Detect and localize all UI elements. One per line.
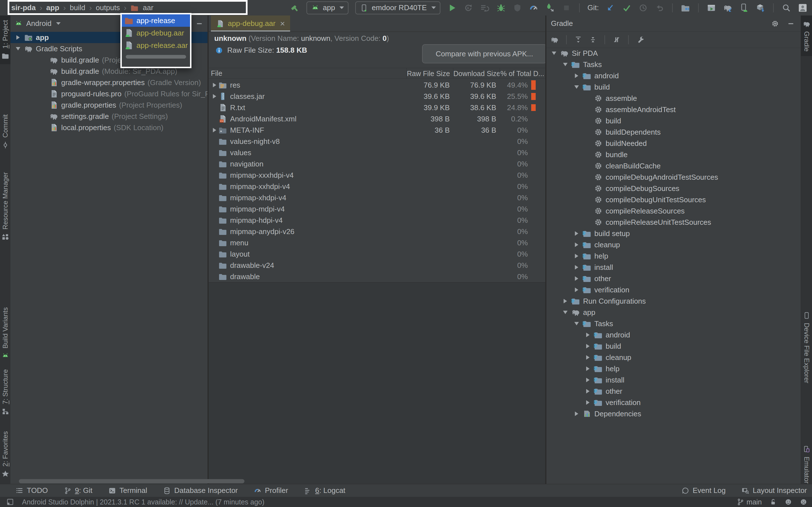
tree-expand-arrow-closed[interactable] xyxy=(573,242,580,247)
profiler-button[interactable] xyxy=(529,3,539,13)
toolwindow-button-layout-inspector[interactable]: Layout Inspector xyxy=(742,486,807,495)
compare-apk-button[interactable]: Compare with previous APK... xyxy=(422,44,545,63)
table-row-drawable[interactable]: drawable0% xyxy=(209,271,545,282)
tree-expand-arrow-closed[interactable] xyxy=(584,355,592,360)
gradle-tree-item-compiledebugsources[interactable]: compileDebugSources xyxy=(546,183,801,194)
tree-expand-arrow-closed[interactable] xyxy=(584,400,592,405)
horizontal-scrollbar[interactable] xyxy=(19,479,245,483)
git-commit-button[interactable] xyxy=(622,3,631,13)
git-update-button[interactable] xyxy=(606,3,615,13)
project-tree-item-gradle-wrapper.properties[interactable]: gradle-wrapper.properties(Gradle Version… xyxy=(10,77,207,88)
attach-debugger-button[interactable] xyxy=(545,3,555,13)
gradle-tree-item-cleanbuildcache[interactable]: cleanBuildCache xyxy=(546,160,801,172)
table-row-values[interactable]: values0% xyxy=(209,147,545,158)
popup-scrollbar[interactable] xyxy=(126,55,186,59)
device-selector[interactable]: emdoor RD40TE xyxy=(355,1,440,14)
gradle-tree-item-app[interactable]: app xyxy=(546,307,801,318)
apply-changes-button[interactable] xyxy=(480,3,490,13)
breadcrumb-item-sir-pda[interactable]: sir-pda xyxy=(11,3,36,12)
table-row-mipmap-hdpi-v4[interactable]: mipmap-hdpi-v40% xyxy=(209,215,545,226)
tree-expand-arrow-closed[interactable] xyxy=(584,367,592,371)
tree-expand-arrow-closed[interactable] xyxy=(573,288,580,292)
sidebar-item-7-structure[interactable]: 7: Structure xyxy=(0,365,10,420)
toolwindow-button-todo[interactable]: TODO xyxy=(15,486,48,495)
gradle-tree-item-compiledebugandroidtestsources[interactable]: compileDebugAndroidTestSources xyxy=(546,172,801,183)
expand-all-button[interactable] xyxy=(574,36,582,44)
sidebar-item-2-favorites[interactable]: 2: Favorites xyxy=(0,427,10,482)
gradle-tree-item-tasks[interactable]: Tasks xyxy=(546,59,801,70)
table-row-mipmap-xxxhdpi-v4[interactable]: mipmap-xxxhdpi-v40% xyxy=(209,170,545,181)
gradle-tree-item-compilereleasesources[interactable]: compileReleaseSources xyxy=(546,205,801,217)
toolwindow-button-terminal[interactable]: Terminal xyxy=(108,486,147,495)
tree-expand-arrow-closed[interactable] xyxy=(14,35,22,40)
debug-button[interactable] xyxy=(496,3,506,13)
gradle-tree-item-cleanup[interactable]: cleanup xyxy=(546,239,801,250)
tree-expand-arrow-closed[interactable] xyxy=(584,378,592,382)
project-tree-item-local.properties[interactable]: local.properties(SDK Location) xyxy=(10,122,207,133)
table-row-values-night-v8[interactable]: values-night-v80% xyxy=(209,136,545,147)
gradle-tree-item-help[interactable]: help xyxy=(546,363,801,374)
gradle-tree-item-install[interactable]: install xyxy=(546,262,801,273)
sidebar-item-emulator[interactable]: Emulator xyxy=(801,441,812,488)
table-row-mipmap-xxhdpi-v4[interactable]: mipmap-xxhdpi-v40% xyxy=(209,181,545,192)
table-row-drawable-v24[interactable]: drawable-v240% xyxy=(209,260,545,271)
rollback-button[interactable] xyxy=(655,3,664,13)
profile-button[interactable] xyxy=(513,3,522,13)
popup-item-app-debug.aar[interactable]: app-debug.aar xyxy=(122,27,190,39)
toolwindows-icon[interactable] xyxy=(6,498,14,506)
project-tree-item-settings.gradle[interactable]: settings.gradle(Project Settings) xyxy=(10,111,207,122)
table-row-AndroidManifest.xml[interactable]: <>AndroidManifest.xml398 B398 B0.2% xyxy=(209,113,545,124)
gradle-tree-item-compilereleaseunittestsources[interactable]: compileReleaseUnitTestSources xyxy=(546,217,801,228)
tree-expand-arrow-closed[interactable] xyxy=(584,389,592,393)
column-raw-size[interactable]: Raw File Size xyxy=(407,68,453,78)
hide-button[interactable] xyxy=(786,19,795,28)
hammer-button[interactable] xyxy=(290,3,300,13)
breadcrumb-item-aar[interactable]: aar xyxy=(143,3,153,12)
offline-mode-button[interactable] xyxy=(612,36,621,44)
gradle-tree-item-compiledebugunittestsources[interactable]: compileDebugUnitTestSources xyxy=(546,194,801,205)
tree-expand-arrow-open[interactable] xyxy=(573,86,580,89)
table-row-mipmap-anydpi-v26[interactable]: mipmap-anydpi-v260% xyxy=(209,226,545,237)
sidebar-item-device-file-explorer[interactable]: Device File Explorer xyxy=(801,307,812,388)
gradle-tree-item-verification[interactable]: verification xyxy=(546,284,801,295)
toolwindow-button-event-log[interactable]: Event Log xyxy=(681,486,726,495)
history-button[interactable] xyxy=(638,3,648,13)
gradle-tree-item-verification[interactable]: verification xyxy=(546,397,801,408)
gradle-tree-item-other[interactable]: other xyxy=(546,386,801,397)
tree-expand-arrow-closed[interactable] xyxy=(211,83,218,87)
sidebar-item-gradle[interactable]: Gradle xyxy=(801,15,812,56)
sad-face-button[interactable] xyxy=(800,498,808,506)
gradle-sync-button[interactable] xyxy=(723,3,732,13)
gradle-tree-item-build[interactable]: build xyxy=(546,81,801,93)
breadcrumb-item-outputs[interactable]: outputs xyxy=(96,3,120,12)
popup-item-app-release[interactable]: app-release xyxy=(122,14,190,27)
hide-panel-icon[interactable] xyxy=(195,19,204,28)
sidebar-item-resource-manager[interactable]: Resource Manager xyxy=(0,168,10,245)
gradle-tree-item-android[interactable]: android xyxy=(546,70,801,81)
gradle-tree-item-other[interactable]: other xyxy=(546,273,801,284)
table-row-navigation[interactable]: navigation0% xyxy=(209,158,545,170)
tree-expand-arrow-open[interactable] xyxy=(562,311,569,314)
table-row-classes.jar[interactable]: classes.jar39.6 KB39.6 KB25.5% xyxy=(209,91,545,102)
gradle-tree-item-tasks[interactable]: Tasks xyxy=(546,318,801,329)
tree-expand-arrow-closed[interactable] xyxy=(573,254,580,258)
table-row-mipmap-mdpi-v4[interactable]: mipmap-mdpi-v40% xyxy=(209,203,545,215)
device-manager-button[interactable] xyxy=(680,3,690,13)
sdk-manager-button[interactable] xyxy=(756,3,765,13)
project-tree-item-gradle.properties[interactable]: gradle.properties(Project Properties) xyxy=(10,100,207,111)
gradle-tree-item-dependencies[interactable]: Dependencies xyxy=(546,408,801,419)
gradle-tree-item-build[interactable]: build xyxy=(546,341,801,352)
stop-button[interactable] xyxy=(562,3,571,13)
sidebar-item-1-project[interactable]: 1: Project xyxy=(0,15,10,64)
gradle-tree-item-install[interactable]: install xyxy=(546,374,801,386)
toolwindow-button-profiler[interactable]: Profiler xyxy=(254,486,288,495)
tree-expand-arrow-open[interactable] xyxy=(562,63,569,66)
tree-expand-arrow-open[interactable] xyxy=(573,322,580,325)
table-row-res[interactable]: res76.9 KB76.9 KB49.4% xyxy=(209,79,545,91)
settings-gear-button[interactable] xyxy=(771,19,779,28)
column-download-size[interactable]: Download Size xyxy=(453,68,500,78)
wrench-button[interactable] xyxy=(636,36,645,44)
run-button[interactable] xyxy=(447,3,457,13)
gradle-tree-item-cleanup[interactable]: cleanup xyxy=(546,352,801,363)
breadcrumb-item-build[interactable]: build xyxy=(70,3,86,12)
